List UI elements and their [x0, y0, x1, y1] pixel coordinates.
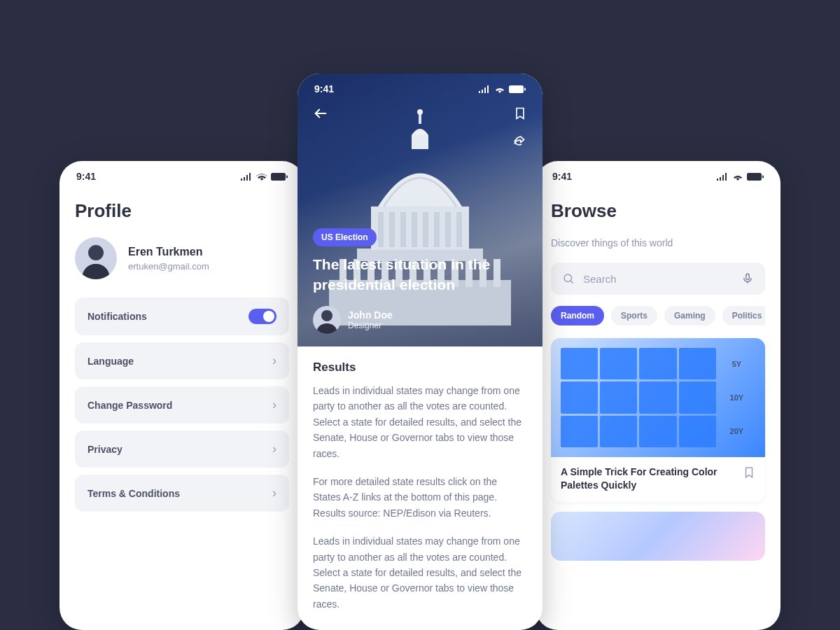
article-body[interactable]: Results Leads in individual states may c… [298, 346, 542, 612]
wifi-icon [494, 85, 505, 93]
settings-item-privacy[interactable]: Privacy › [75, 430, 289, 468]
phone-profile: 9:41 Profile Eren Turkmen ertuken@gmail.… [59, 161, 304, 630]
svg-rect-4 [762, 175, 764, 178]
article-card[interactable]: 5Y 10Y 20Y A Simple Trick For Creating C… [551, 338, 765, 502]
settings-item-notifications[interactable]: Notifications [75, 298, 289, 335]
author-row[interactable]: John Doe Designer [313, 306, 527, 334]
settings-item-label: Privacy [88, 444, 122, 455]
page-title: Browse [551, 200, 765, 222]
phone-article: 9:41 US Election The latest si [298, 74, 542, 630]
status-icons [241, 173, 288, 181]
signal-icon [241, 173, 253, 181]
wifi-icon [256, 173, 267, 181]
back-button[interactable] [313, 106, 328, 124]
article-paragraph: For more detailed state results click on… [313, 474, 527, 521]
settings-item-change-password[interactable]: Change Password › [75, 386, 289, 424]
category-chips: Random Sports Gaming Politics [551, 306, 765, 326]
chip-random[interactable]: Random [551, 306, 604, 326]
status-bar: 9:41 [298, 74, 542, 99]
share-button[interactable] [512, 134, 527, 150]
share-icon [512, 134, 527, 148]
svg-point-2 [88, 245, 104, 260]
profile-user-name: Eren Turkmen [128, 246, 209, 258]
article-paragraph: Leads in individual states may change fr… [313, 383, 527, 461]
avatar [75, 237, 117, 279]
status-icons [479, 85, 526, 93]
settings-list: Notifications Language › Change Password… [75, 298, 289, 512]
profile-user-email: ertuken@gmail.com [128, 261, 209, 272]
settings-item-label: Notifications [88, 311, 147, 322]
status-time: 9:41 [314, 83, 334, 94]
signal-icon [479, 85, 491, 93]
settings-item-label: Terms & Conditions [88, 488, 180, 499]
status-bar: 9:41 [536, 161, 780, 186]
svg-rect-0 [271, 173, 286, 181]
signal-icon [717, 173, 729, 181]
palette-swatches: 5Y 10Y 20Y [561, 348, 755, 447]
author-name: John Doe [348, 309, 393, 321]
svg-rect-1 [286, 175, 288, 178]
chevron-right-icon: › [272, 398, 276, 412]
battery-icon [509, 85, 526, 93]
phone-browse: 9:41 Browse Discover things of this worl… [536, 161, 780, 630]
bookmark-button[interactable] [513, 106, 527, 124]
article-hero: 9:41 US Election The latest si [298, 74, 542, 346]
bookmark-icon [513, 106, 527, 121]
article-paragraph: Leads in individual states may change fr… [313, 533, 527, 612]
article-title: The latest situation in the presidential… [313, 255, 527, 295]
page-title: Profile [75, 200, 289, 222]
microphone-icon[interactable] [741, 272, 754, 285]
search-icon [562, 272, 575, 285]
battery-icon [271, 173, 288, 181]
svg-rect-3 [747, 173, 762, 181]
status-bar: 9:41 [59, 161, 304, 186]
svg-rect-35 [524, 88, 526, 90]
profile-user-row[interactable]: Eren Turkmen ertuken@gmail.com [75, 237, 289, 279]
svg-rect-34 [509, 85, 524, 93]
avatar [313, 306, 341, 334]
search-input[interactable]: Search [551, 262, 765, 295]
chip-sports[interactable]: Sports [611, 306, 657, 326]
bookmark-icon[interactable] [743, 465, 755, 479]
article-card-secondary[interactable] [551, 512, 765, 561]
page-subtitle: Discover things of this world [551, 237, 765, 248]
status-icons [717, 173, 764, 181]
status-time: 9:41 [552, 171, 572, 182]
settings-item-label: Change Password [88, 400, 172, 411]
chevron-right-icon: › [272, 354, 276, 368]
author-role: Designer [348, 321, 393, 330]
settings-item-terms[interactable]: Terms & Conditions › [75, 475, 289, 512]
battery-icon [747, 173, 764, 181]
palette-label: 5Y [718, 348, 755, 379]
wifi-icon [732, 173, 743, 181]
palette-label: 10Y [718, 382, 755, 413]
toggle-switch[interactable] [248, 309, 276, 324]
svg-point-37 [321, 310, 332, 321]
chevron-right-icon: › [272, 442, 276, 456]
card-title: A Simple Trick For Creating Color Palett… [561, 465, 736, 492]
svg-line-6 [570, 281, 573, 283]
section-heading: Results [313, 360, 527, 374]
card-image: 5Y 10Y 20Y [551, 338, 765, 457]
category-tag[interactable]: US Election [313, 228, 377, 246]
chip-gaming[interactable]: Gaming [664, 306, 715, 326]
status-time: 9:41 [76, 171, 96, 182]
arrow-left-icon [313, 106, 328, 121]
palette-label: 20Y [718, 416, 755, 447]
settings-item-language[interactable]: Language › [75, 342, 289, 379]
search-placeholder: Search [583, 273, 733, 285]
chip-politics[interactable]: Politics [722, 306, 765, 326]
chevron-right-icon: › [272, 486, 276, 500]
svg-point-5 [564, 274, 572, 282]
svg-rect-7 [746, 274, 750, 279]
settings-item-label: Language [88, 356, 134, 367]
